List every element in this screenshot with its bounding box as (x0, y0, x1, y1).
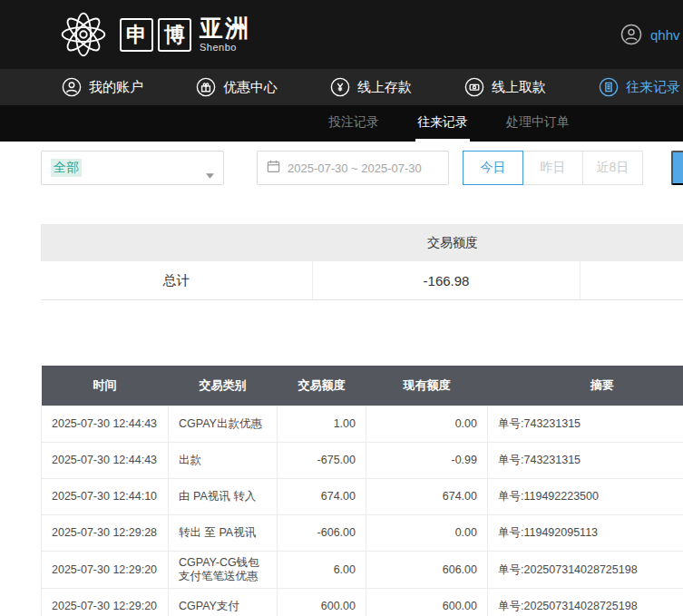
cell-type: 由 PA视讯 转入 (169, 479, 278, 515)
calendar-icon (267, 160, 280, 176)
type-select-value: 全部 (51, 159, 82, 177)
cell-balance: 606.00 (366, 552, 488, 589)
cell-summary: 单号:119492095113 (488, 515, 683, 552)
last-8-days-button[interactable]: 近8日 (582, 151, 643, 185)
cell-balance: 0.00 (366, 406, 488, 443)
page: 申 博 亚洲 Shenbo qhhv (0, 0, 683, 616)
summary-total-label: 总计 (41, 261, 313, 299)
table-header-row: 时间 交易类别 交易额度 现有额度 摘要 (42, 366, 683, 406)
nav-item-label: 我的账户 (89, 79, 143, 96)
tab-processing-orders[interactable]: 处理中订单 (504, 105, 571, 142)
cell-balance: 600.00 (366, 589, 488, 616)
summary-table: 交易额度 总计 -166.98 (41, 224, 683, 300)
summary-total-row: 总计 -166.98 (41, 261, 683, 300)
records-document-icon (599, 77, 619, 97)
type-select[interactable]: 全部 (41, 151, 224, 185)
date-range-value: 2025-07-30 ~ 2025-07-30 (288, 161, 422, 175)
user-avatar-icon (620, 24, 642, 45)
nav-item-label: 往来记录 (626, 79, 680, 96)
cell-amount: -675.00 (278, 443, 366, 479)
summary-empty-cell (581, 261, 683, 299)
username[interactable]: qhhv (650, 27, 680, 43)
col-amount: 交易额度 (278, 366, 366, 406)
cell-summary: 单号:202507314028725198 (488, 589, 683, 616)
summary-header: 交易额度 (41, 224, 683, 261)
brand-char-1: 申 (120, 18, 153, 52)
nav-item-withdraw[interactable]: 线上取款 (464, 77, 546, 97)
cell-type: 出款 (169, 443, 278, 479)
table-row: 2025-07-30 12:44:10 由 PA视讯 转入 674.00 674… (42, 479, 683, 515)
nav-item-promotions[interactable]: 优惠中心 (196, 77, 278, 97)
cell-summary: 单号:743231315 (488, 443, 683, 479)
brand-logo: 申 博 亚洲 Shenbo (0, 9, 250, 60)
nav-item-label: 优惠中心 (223, 79, 278, 96)
nav-item-label: 线上取款 (492, 79, 546, 96)
deposit-coin-icon (330, 77, 350, 97)
col-type: 交易类别 (169, 366, 278, 406)
today-button[interactable]: 今日 (463, 151, 523, 185)
col-balance: 现有额度 (366, 366, 488, 406)
cell-type: CGPAY-CG钱包支付笔笔送优惠 (169, 552, 278, 589)
cell-balance: 674.00 (366, 479, 488, 515)
table-row: 2025-07-30 12:29:28 转出 至 PA视讯 -606.00 0.… (42, 515, 683, 552)
cell-summary: 单号:119492223500 (488, 479, 683, 515)
nav-item-deposit[interactable]: 线上存款 (330, 77, 412, 97)
withdraw-banknote-icon (464, 77, 484, 97)
cell-amount: 600.00 (278, 589, 366, 616)
account-area[interactable]: qhhv (620, 0, 680, 69)
record-tabs: 投注记录 往来记录 处理中订单 (0, 105, 683, 142)
table-row: 2025-07-30 12:44:43 出款 -675.00 -0.99 单号:… (42, 443, 683, 479)
table-row: 2025-07-30 12:29:20 CGPAY-CG钱包支付笔笔送优惠 6.… (42, 552, 683, 589)
nav-item-my-account[interactable]: 我的账户 (62, 77, 143, 97)
date-range-input[interactable]: 2025-07-30 ~ 2025-07-30 (257, 151, 449, 185)
nav-item-label: 线上存款 (357, 79, 412, 96)
main-nav: 我的账户 优惠中心 线上存款 (0, 69, 683, 105)
cell-type: 转出 至 PA视讯 (169, 515, 278, 552)
cell-time: 2025-07-30 12:44:10 (42, 479, 169, 515)
cell-balance: -0.99 (366, 443, 488, 479)
quick-range-group: 今日 昨日 近8日 (463, 151, 643, 185)
brand-subtitle: Shenbo (200, 42, 250, 53)
col-summary: 摘要 (488, 366, 683, 406)
brand-char-2: 博 (158, 18, 191, 52)
top-header: 申 博 亚洲 Shenbo qhhv (0, 0, 683, 69)
cell-type: CGPAY出款优惠 (169, 406, 278, 443)
cell-summary: 单号:743231315 (488, 406, 683, 443)
gift-icon (196, 77, 216, 97)
cell-amount: 674.00 (278, 479, 366, 515)
table-row: 2025-07-30 12:44:43 CGPAY出款优惠 1.00 0.00 … (42, 406, 683, 443)
filter-bar: 全部 2025-07-30 ~ 2025-07-30 今日 昨日 近8日 (0, 151, 683, 187)
cell-time: 2025-07-30 12:29:20 (42, 552, 169, 589)
tab-bet-records[interactable]: 投注记录 (327, 105, 381, 142)
yesterday-button[interactable]: 昨日 (522, 151, 583, 185)
cell-amount: -606.00 (278, 515, 366, 552)
brand-region: 亚洲 Shenbo (200, 16, 250, 52)
cell-time: 2025-07-30 12:29:20 (42, 589, 169, 616)
col-time: 时间 (42, 366, 169, 406)
cell-time: 2025-07-30 12:44:43 (42, 443, 169, 479)
records-table: 时间 交易类别 交易额度 现有额度 摘要 2025-07-30 12:44:43… (41, 366, 683, 616)
tab-transaction-records[interactable]: 往来记录 (415, 105, 470, 142)
user-icon (62, 77, 82, 97)
cell-time: 2025-07-30 12:29:28 (42, 515, 169, 552)
cell-summary: 单号:202507314028725198 (488, 552, 683, 589)
summary-total-value: -166.98 (313, 261, 581, 299)
chevron-down-icon (206, 166, 214, 182)
nav-item-transaction-records[interactable]: 往来记录 (599, 77, 680, 97)
cell-balance: 0.00 (366, 515, 488, 552)
cell-amount: 6.00 (278, 552, 366, 589)
cell-type: CGPAY支付 (169, 589, 278, 616)
flower-logo-icon (58, 9, 109, 60)
cut-off-action-button[interactable] (671, 151, 683, 185)
brand-region-text: 亚洲 (200, 16, 250, 41)
cell-time: 2025-07-30 12:44:43 (42, 406, 169, 443)
cell-amount: 1.00 (278, 406, 366, 443)
table-row: 2025-07-30 12:29:20 CGPAY支付 600.00 600.0… (42, 589, 683, 616)
